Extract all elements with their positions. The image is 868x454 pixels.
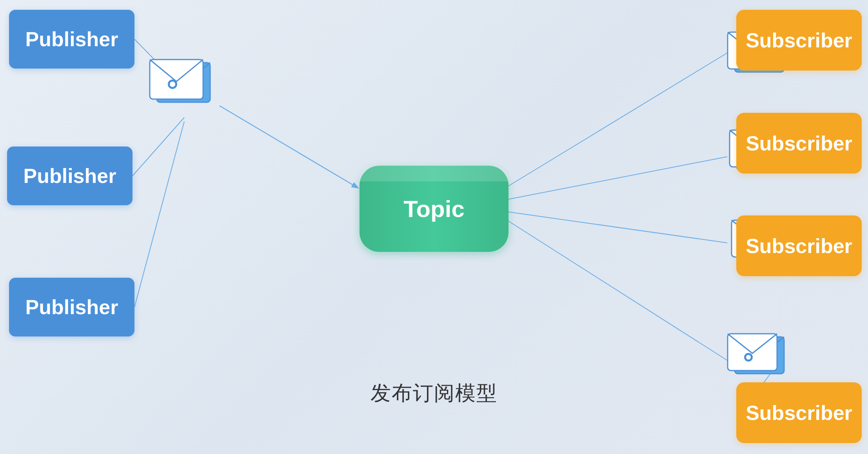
mail-sub4-front xyxy=(727,333,778,371)
subscriber-label-2: Subscriber xyxy=(746,132,852,155)
publisher-label-3: Publisher xyxy=(25,295,118,319)
publisher-box-1: Publisher xyxy=(9,10,134,69)
publisher-box-2: Publisher xyxy=(7,147,133,205)
subscriber-box-4: Subscriber xyxy=(736,382,862,443)
topic-container: Topic xyxy=(360,166,508,252)
subscriber-label-1: Subscriber xyxy=(746,29,852,52)
svg-line-7 xyxy=(506,219,727,360)
publisher-label-1: Publisher xyxy=(25,27,118,51)
subscriber-box-2: Subscriber xyxy=(736,113,862,174)
svg-line-3 xyxy=(220,106,358,188)
subscriber-box-3: Subscriber xyxy=(736,215,862,276)
topic-label: Topic xyxy=(403,195,465,222)
svg-line-2 xyxy=(134,121,184,307)
publisher-box-3: Publisher xyxy=(9,278,134,336)
svg-line-5 xyxy=(506,157,727,200)
svg-line-6 xyxy=(506,212,727,243)
page-subtitle: 发布订阅模型 xyxy=(370,380,498,407)
svg-point-31 xyxy=(746,355,751,360)
diagram-container: Publisher Publisher Publisher Topic xyxy=(0,0,868,454)
publisher-label-2: Publisher xyxy=(24,164,116,188)
topic-cylinder: Topic xyxy=(360,166,508,252)
svg-line-4 xyxy=(506,53,727,188)
mail-front-icon xyxy=(149,59,204,100)
svg-point-15 xyxy=(170,81,175,87)
svg-line-1 xyxy=(133,118,184,176)
subscriber-label-3: Subscriber xyxy=(746,234,852,258)
subscriber-label-4: Subscriber xyxy=(746,401,852,425)
subscriber-box-1: Subscriber xyxy=(736,10,862,71)
